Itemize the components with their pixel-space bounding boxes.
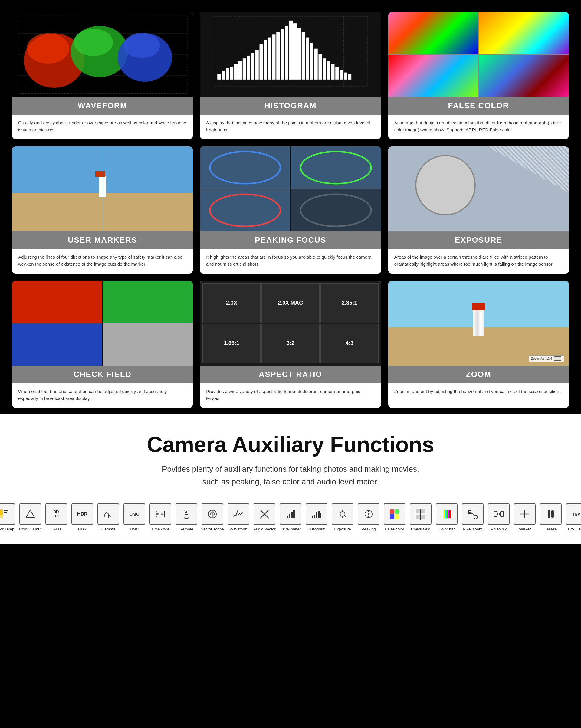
svg-point-74	[340, 512, 345, 517]
svg-rect-16	[230, 67, 233, 80]
svg-rect-112	[501, 512, 504, 517]
aux-icon-box-remote[interactable]	[176, 503, 197, 525]
svg-rect-19	[243, 58, 246, 80]
peaking-grid	[200, 147, 381, 231]
peaking-focus-description: It highlights the areas that are in focu…	[206, 254, 375, 267]
aux-icon-box-audio-vector[interactable]	[254, 503, 275, 525]
svg-rect-100	[446, 510, 448, 518]
ar-label-5: 3:2	[286, 340, 295, 346]
check-field-description: When enabled, hue and saturation can be …	[18, 388, 187, 402]
svg-text:00:00: 00:00	[156, 513, 164, 516]
svg-rect-34	[306, 37, 309, 80]
aux-icon-box-waveform-icon[interactable]	[228, 503, 249, 525]
check-field-desc: When enabled, hue and saturation can be …	[12, 383, 193, 408]
zoom-percent-value: 12%	[546, 357, 552, 360]
ar-label-6: 4:3	[346, 340, 353, 346]
waveform-title: WAVEFORM	[18, 101, 187, 110]
exposure-desc: Areas of the image over a certain thresh…	[388, 249, 569, 274]
aux-icon-box-color-temp[interactable]	[0, 503, 15, 525]
svg-point-6	[27, 33, 69, 63]
ar-label-1: 2.0X	[226, 300, 237, 306]
aux-icon-box-freeze[interactable]	[540, 503, 562, 525]
svg-rect-13	[218, 74, 221, 80]
svg-rect-58	[185, 516, 187, 516]
zoom-desc: Zoom in and out by adjusting the horizon…	[388, 383, 569, 401]
pk-cell-3	[200, 189, 290, 231]
aux-icon-label-color-gamut: Color Gamut	[19, 527, 42, 531]
svg-rect-92	[421, 509, 426, 514]
aux-icon-label-umc: UMC	[130, 527, 139, 531]
aux-icon-label-exposure-icon: Exposure	[334, 527, 351, 531]
aux-icon-box-histogram-icon[interactable]	[306, 503, 327, 525]
svg-point-10	[124, 33, 160, 58]
svg-rect-47	[0, 509, 3, 515]
svg-rect-103	[451, 510, 452, 518]
false-color-label-bar: FALSE COLOR	[388, 97, 569, 115]
aux-icon-box-umc[interactable]: UMC	[124, 503, 145, 525]
aux-icon-box-color-gamut[interactable]	[19, 503, 41, 525]
aux-icon-box-hdr[interactable]: HDR	[71, 503, 93, 525]
svg-rect-27	[277, 32, 280, 80]
svg-rect-99	[445, 510, 446, 518]
aux-icon-umc: UMCUMC	[122, 503, 147, 531]
user-markers-desc: Adjusting the lines of four directions t…	[12, 249, 193, 274]
svg-rect-98	[443, 510, 445, 518]
check-field-label-bar: CHECK FIELD	[12, 365, 193, 383]
svg-rect-106	[470, 511, 471, 511]
svg-rect-101	[448, 510, 449, 518]
svg-rect-25	[268, 37, 272, 80]
peaking-focus-image	[200, 147, 381, 231]
svg-rect-111	[494, 512, 497, 517]
aux-icon-3d-lut: 3DLUT3D-LUT	[44, 503, 68, 531]
aux-icon-color-temp: Color Temp	[0, 503, 16, 531]
aux-icon-label-level-meter: Level meter	[280, 527, 301, 531]
aspect-ratio-label-bar: ASPECT RATIO	[200, 365, 381, 383]
aux-icon-box-peaking-icon[interactable]	[358, 503, 379, 525]
false-color-q1	[388, 12, 478, 54]
svg-rect-44	[348, 74, 351, 80]
aux-icon-box-3d-lut[interactable]: 3DLUT	[45, 503, 67, 525]
zoom-lighthouse-top	[472, 303, 485, 310]
aux-icon-box-marker[interactable]	[514, 503, 536, 525]
aux-icon-time-code: 00:00Time code	[148, 503, 173, 531]
ar-box-5: 3:2	[261, 324, 320, 363]
aux-icon-box-hv-delay[interactable]: H/V	[566, 503, 581, 525]
aux-icon-box-time-code[interactable]: 00:00	[150, 503, 171, 525]
exposure-description: Areas of the image over a certain thresh…	[394, 254, 563, 267]
exposure-label-bar: EXPOSURE	[388, 231, 569, 249]
waveform-label-bar: WAVEFORM	[12, 97, 193, 115]
aux-icon-box-check-field-icon[interactable]	[410, 503, 431, 525]
zoom-indicator-bar: Zoom Ver 12%	[529, 355, 564, 362]
aux-icon-peaking-icon: Peaking	[356, 503, 381, 531]
false-color-q3	[388, 55, 478, 97]
aux-icon-box-pix-to-pix[interactable]	[488, 503, 510, 525]
zoom-description: Zoom in and out by adjusting the horizon…	[394, 388, 563, 395]
cards-grid: WAVEFORM Quickly and easily check under …	[12, 12, 569, 408]
svg-rect-42	[339, 70, 343, 80]
histogram-card: HISTOGRAM A display that indicates how m…	[200, 12, 381, 139]
false-color-card: FALSE COLOR An image that depicts an obj…	[388, 12, 569, 139]
svg-rect-90	[395, 514, 399, 519]
svg-rect-23	[260, 45, 263, 80]
peaking-focus-desc: It highlights the areas that are in focu…	[200, 249, 381, 274]
exposure-scene	[388, 147, 569, 231]
zoom-label-bar: ZOOM	[388, 365, 569, 383]
svg-point-86	[368, 513, 370, 515]
aux-icon-box-level-meter[interactable]	[280, 503, 301, 525]
aux-icon-box-exposure-icon[interactable]	[332, 503, 353, 525]
aux-icon-box-gamma[interactable]	[97, 503, 119, 525]
svg-rect-87	[390, 509, 394, 514]
aux-icon-box-vector-scope[interactable]	[202, 503, 223, 525]
svg-rect-70	[314, 515, 315, 518]
false-color-image	[388, 12, 569, 97]
aux-icon-histogram-icon: Histogram	[304, 503, 329, 531]
aux-subtitle-line1: Povides plenty of auxiliary functions fo…	[162, 465, 419, 473]
aux-icon-label-freeze: Freeze	[545, 527, 557, 531]
aux-icon-box-pixel-zoom-icon[interactable]	[462, 503, 484, 525]
aux-icon-box-false-color-icon[interactable]	[384, 503, 405, 525]
aux-icon-box-color-bar-icon[interactable]	[436, 503, 457, 525]
zoom-card: Zoom Ver 12% ZOOM Zoom in and out by adj…	[388, 281, 569, 408]
zoom-rect-indicator	[554, 357, 561, 361]
svg-rect-22	[255, 50, 259, 80]
exposure-ferris-wheel	[415, 155, 476, 215]
